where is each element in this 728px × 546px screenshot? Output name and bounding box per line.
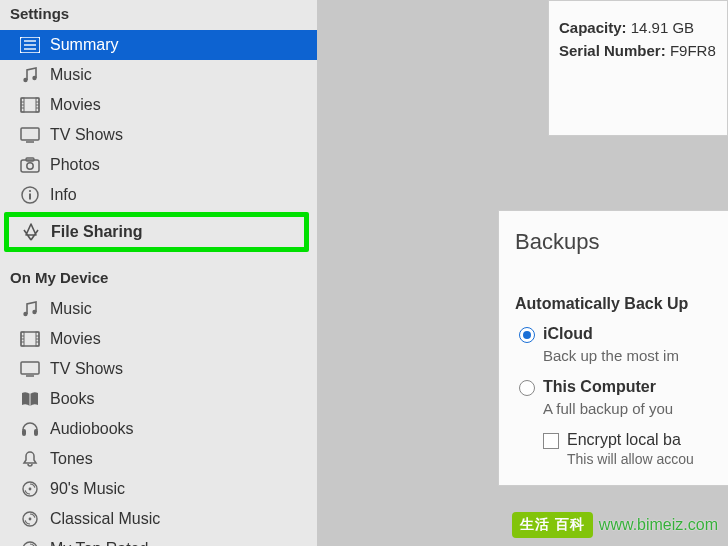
backups-panel: Backups Automatically Back Up iCloud Bac…	[498, 210, 728, 486]
sidebar-item-label: Movies	[50, 96, 101, 114]
serial-value: F9FR8	[670, 42, 716, 59]
this-computer-radio[interactable]	[519, 380, 535, 396]
sidebar-item-label: Music	[50, 300, 92, 318]
sidebar-item-tvshows[interactable]: TV Shows	[0, 120, 317, 150]
sidebar-item-device-movies[interactable]: Movies	[0, 324, 317, 354]
sidebar-item-label: TV Shows	[50, 360, 123, 378]
sidebar-item-label: Tones	[50, 450, 93, 468]
sidebar-item-label: Classical Music	[50, 510, 160, 528]
svg-rect-37	[22, 429, 26, 436]
auto-backup-title: Automatically Back Up	[515, 295, 728, 313]
playlist-icon	[18, 509, 42, 529]
capacity-value: 14.91 GB	[631, 19, 694, 36]
this-computer-desc: A full backup of you	[543, 400, 728, 417]
photos-icon	[18, 155, 42, 175]
sidebar-item-photos[interactable]: Photos	[0, 150, 317, 180]
tv-icon	[18, 125, 42, 145]
sidebar-item-playlist-classical[interactable]: Classical Music	[0, 504, 317, 534]
device-info-card: Capacity: 14.91 GB Serial Number: F9FR8	[548, 0, 728, 136]
sidebar-item-label: File Sharing	[51, 223, 143, 241]
sidebar-item-device-music[interactable]: Music	[0, 294, 317, 324]
sidebar-item-label: Info	[50, 186, 77, 204]
svg-rect-15	[21, 128, 39, 140]
main-content: Capacity: 14.91 GB Serial Number: F9FR8 …	[317, 0, 728, 546]
sidebar: Settings Summary Music Movies TV Shows	[0, 0, 317, 546]
serial-label: Serial Number:	[559, 42, 666, 59]
sidebar-item-label: Movies	[50, 330, 101, 348]
svg-rect-38	[34, 429, 38, 436]
sidebar-item-label: Books	[50, 390, 94, 408]
sidebar-item-summary[interactable]: Summary	[0, 30, 317, 60]
audiobooks-icon	[18, 419, 42, 439]
backups-title: Backups	[515, 229, 728, 255]
sidebar-item-label: Audiobooks	[50, 420, 134, 438]
sidebar-item-device-tvshows[interactable]: TV Shows	[0, 354, 317, 384]
svg-point-42	[29, 518, 32, 521]
apps-icon	[19, 222, 43, 242]
info-icon	[18, 185, 42, 205]
on-my-device-header: On My Device	[0, 254, 317, 294]
sidebar-item-music[interactable]: Music	[0, 60, 317, 90]
sidebar-item-label: Summary	[50, 36, 118, 54]
this-computer-radio-label[interactable]: This Computer	[543, 378, 656, 396]
svg-point-23	[23, 312, 27, 316]
tv-icon	[18, 359, 42, 379]
sidebar-item-device-tones[interactable]: Tones	[0, 444, 317, 474]
sidebar-item-label: 90's Music	[50, 480, 125, 498]
sidebar-item-info[interactable]: Info	[0, 180, 317, 210]
icloud-radio-label[interactable]: iCloud	[543, 325, 593, 343]
sidebar-item-movies[interactable]: Movies	[0, 90, 317, 120]
playlist-icon	[18, 539, 42, 546]
watermark-badge: 生活 百科	[512, 512, 593, 538]
music-icon	[18, 299, 42, 319]
sidebar-item-file-sharing[interactable]: File Sharing	[9, 217, 304, 247]
encrypt-desc: This will allow accou	[567, 451, 728, 467]
sidebar-item-label: Photos	[50, 156, 100, 174]
svg-point-4	[23, 78, 27, 82]
summary-icon	[18, 35, 42, 55]
playlist-icon	[18, 479, 42, 499]
svg-rect-34	[21, 362, 39, 374]
movies-icon	[18, 95, 42, 115]
svg-rect-22	[29, 194, 31, 200]
sidebar-item-label: TV Shows	[50, 126, 123, 144]
encrypt-checkbox-label[interactable]: Encrypt local ba	[567, 431, 681, 449]
icloud-desc: Back up the most im	[543, 347, 728, 364]
encrypt-checkbox[interactable]	[543, 433, 559, 449]
movies-icon	[18, 329, 42, 349]
sidebar-item-device-books[interactable]: Books	[0, 384, 317, 414]
sidebar-item-label: Music	[50, 66, 92, 84]
svg-point-5	[32, 76, 36, 80]
sidebar-item-playlist-90s[interactable]: 90's Music	[0, 474, 317, 504]
capacity-label: Capacity:	[559, 19, 627, 36]
tones-icon	[18, 449, 42, 469]
settings-header: Settings	[0, 0, 317, 30]
books-icon	[18, 389, 42, 409]
watermark: 生活 百科 www.bimeiz.com	[512, 512, 718, 538]
watermark-url: www.bimeiz.com	[599, 518, 718, 532]
icloud-radio[interactable]	[519, 327, 535, 343]
sidebar-item-device-audiobooks[interactable]: Audiobooks	[0, 414, 317, 444]
file-sharing-highlight: File Sharing	[4, 212, 309, 252]
sidebar-item-playlist-top-rated[interactable]: My Top Rated	[0, 534, 317, 546]
svg-point-40	[29, 488, 32, 491]
svg-point-21	[29, 190, 31, 192]
svg-point-24	[32, 310, 36, 314]
sidebar-item-label: My Top Rated	[50, 540, 148, 546]
music-icon	[18, 65, 42, 85]
svg-point-19	[27, 163, 33, 169]
svg-rect-17	[21, 160, 39, 172]
